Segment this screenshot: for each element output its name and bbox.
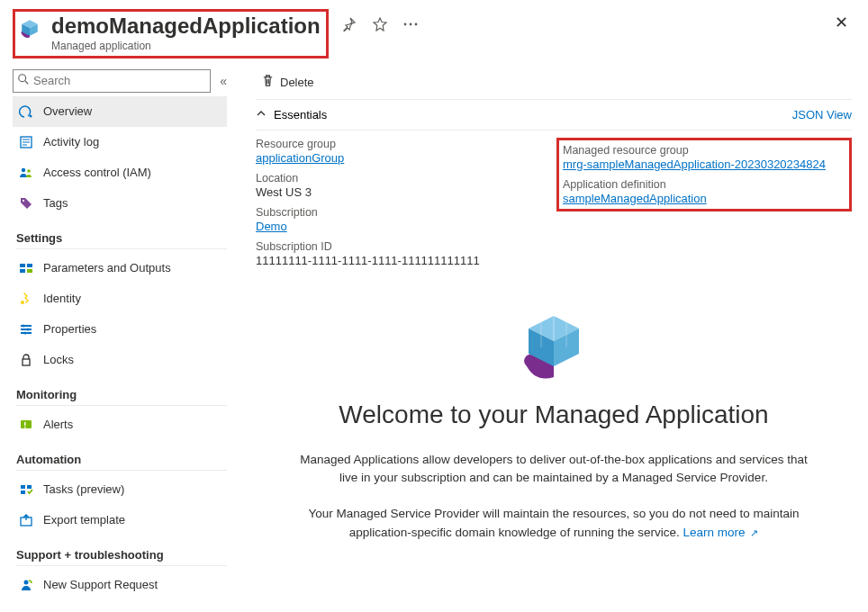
svg-line-7 [25,81,29,85]
essentials-label: Resource group [256,138,538,150]
essentials-item: Application definitionsampleManagedAppli… [563,178,845,205]
delete-label: Delete [280,76,314,89]
nav-label: Export template [43,513,125,526]
managed-app-icon [17,15,42,40]
chevron-up-icon [256,108,267,122]
json-view-link[interactable]: JSON View [792,108,852,122]
svg-point-26 [24,331,27,334]
nav-icon [18,260,34,276]
essentials-right-column: Managed resource groupmrg-sampleManagedA… [556,138,852,212]
search-box[interactable] [13,69,211,93]
essentials-label: Subscription [256,206,538,219]
svg-rect-32 [27,485,32,489]
essentials-label: Location [256,172,538,184]
essentials-value: West US 3 [256,185,538,199]
essentials-item: LocationWest US 3 [256,172,538,199]
svg-point-20 [21,301,24,304]
sidebar: « OverviewActivity logAccess control (IA… [0,66,234,612]
nav-label: Tags [43,196,68,210]
essentials-link[interactable]: mrg-sampleManagedApplication-20230320234… [563,158,845,171]
nav-label: Alerts [43,418,73,431]
close-button[interactable]: ✕ [835,13,848,32]
sidebar-item-export-template[interactable]: Export template [13,505,227,536]
sidebar-section-automation: Automation [16,453,227,471]
sidebar-item-properties[interactable]: Properties [13,314,227,345]
nav-label: Access control (IAM) [43,166,151,179]
svg-rect-33 [21,490,25,494]
sidebar-item-new-support-request[interactable]: New Support Request [13,570,227,600]
essentials-label: Subscription ID [256,240,538,253]
svg-rect-17 [27,264,32,267]
learn-more-link[interactable]: Learn more ↗ [683,526,758,539]
resource-type-label: Managed application [51,40,321,52]
essentials-item: Managed resource groupmrg-sampleManagedA… [563,144,845,171]
nav-icon [18,195,34,212]
essentials-label: Application definition [563,178,845,191]
svg-point-8 [30,114,32,117]
welcome-paragraph-1: Managed Applications allow developers to… [292,451,816,488]
header-title-block: demoManagedApplication Managed applicati… [13,9,329,58]
svg-rect-18 [20,269,25,273]
essentials-item: Subscription ID11111111-1111-1111-1111-1… [256,240,538,267]
nav-icon [18,321,34,338]
svg-point-13 [22,168,25,172]
nav-icon [18,165,34,181]
essentials-item: SubscriptionDemo [256,206,538,233]
nav-icon [18,577,34,593]
svg-rect-16 [20,264,25,267]
sidebar-section-support-troubleshooting: Support + troubleshooting [16,548,227,566]
nav-label: Locks [43,353,74,366]
essentials-toggle[interactable]: Essentials [256,108,327,122]
main-content: Delete Essentials JSON View Resource gro… [234,66,868,612]
search-input[interactable] [33,70,206,92]
nav-label: Overview [43,104,92,118]
toolbar: Delete [256,66,852,100]
nav-label: Identity [43,292,81,305]
sidebar-item-activity-log[interactable]: Activity log [13,127,227,158]
nav-icon [18,134,34,150]
sidebar-item-identity[interactable]: Identity [13,284,227,314]
essentials-link[interactable]: applicationGroup [256,151,538,165]
page-header: demoManagedApplication Managed applicati… [0,0,868,66]
welcome-paragraph-2: Your Managed Service Provider will maint… [292,505,816,542]
sidebar-item-alerts[interactable]: Alerts [13,410,227,440]
nav-icon [18,417,34,433]
svg-point-24 [23,324,25,327]
sidebar-item-tags[interactable]: Tags [13,188,227,219]
favorite-button[interactable] [370,14,390,34]
more-button[interactable] [401,14,420,34]
managed-app-large-icon [514,307,593,386]
svg-point-3 [403,23,406,26]
sidebar-item-access-control-iam-[interactable]: Access control (IAM) [13,158,227,188]
sidebar-item-overview[interactable]: Overview [13,96,227,127]
nav-label: Activity log [43,135,99,148]
svg-point-5 [414,23,417,26]
svg-rect-29 [24,422,26,426]
essentials-link[interactable]: Demo [256,220,538,233]
sidebar-item-parameters-and-outputs[interactable]: Parameters and Outputs [13,253,227,284]
svg-point-4 [409,23,411,26]
nav-icon [18,482,34,498]
page-title: demoManagedApplication [51,14,321,40]
svg-point-6 [19,75,26,82]
nav-icon [18,512,34,528]
nav-label: Tasks (preview) [43,482,124,496]
pin-button[interactable] [339,14,359,34]
svg-rect-28 [21,420,32,428]
nav-label: New Support Request [43,578,158,591]
essentials-left-column: Resource groupapplicationGroupLocationWe… [256,138,538,267]
essentials-link[interactable]: sampleManagedApplication [563,192,845,205]
delete-button[interactable]: Delete [256,70,320,94]
sidebar-section-monitoring: Monitoring [16,388,227,406]
svg-rect-19 [27,269,32,273]
sidebar-item-tasks-preview-[interactable]: Tasks (preview) [13,474,227,505]
svg-point-15 [23,200,24,202]
svg-rect-30 [24,427,26,428]
essentials-item: Resource groupapplicationGroup [256,138,538,165]
sidebar-item-locks[interactable]: Locks [13,345,227,375]
svg-rect-31 [21,485,25,489]
nav-icon [18,104,34,120]
nav-label: Properties [43,322,96,336]
collapse-sidebar-button[interactable]: « [220,74,227,88]
svg-rect-27 [23,359,30,365]
